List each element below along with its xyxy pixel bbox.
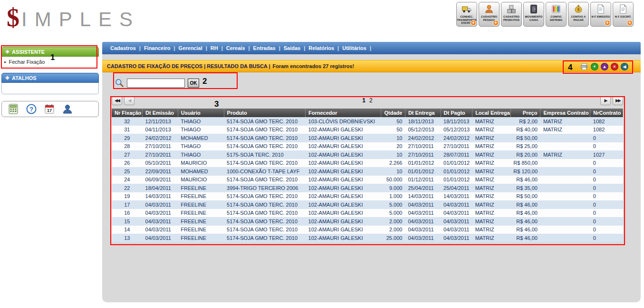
delete-icon[interactable]: ×	[611, 63, 618, 70]
next-page-button[interactable]: ▶	[600, 96, 611, 105]
menu-item-utilitarios[interactable]: Utilitários	[339, 45, 370, 51]
sidebar-item-fechar-fixacao[interactable]: ▸ Fechar Fixação	[1, 57, 99, 67]
cash-door-icon	[529, 4, 539, 14]
cell-qtdade: 50	[381, 117, 405, 126]
help-icon[interactable]: ?	[26, 103, 37, 115]
cell-preco: R$ 46,00	[510, 217, 540, 226]
table-row[interactable]: 2406/09/2011MAURICIO5174-SOJA GMO TERC. …	[112, 176, 623, 184]
previous-page-button[interactable]: ◀	[124, 96, 135, 105]
assistente-header: ASSISTENTE	[1, 47, 99, 57]
menu-item-cereais[interactable]: Cereais	[223, 45, 249, 51]
table-row[interactable]: 2605/10/2011MAURICIO5174-SOJA GMO TERC. …	[112, 159, 623, 168]
column-header-produto[interactable]: Produto	[224, 109, 306, 117]
table-row[interactable]: 2218/04/2011FREELINE3994-TRIGO TERCEIRO …	[112, 184, 623, 192]
cell-dt-pagto: 28/07/2011	[441, 150, 472, 159]
search-input[interactable]	[127, 79, 185, 88]
cell-dt-emissao: 27/10/2011	[143, 150, 178, 159]
cell-nr-fixacao: 26	[112, 159, 143, 168]
table-row[interactable]: 1404/03/2011FREELINE5174-SOJA GMO TERC. …	[112, 226, 623, 234]
cell-local-entrega: MATRIZ	[472, 226, 511, 234]
table-row[interactable]: 1304/03/2011FREELINE5174-SOJA GMO TERC. …	[112, 234, 623, 242]
cell-dt-emissao: 04/03/2011	[143, 217, 178, 226]
table-row[interactable]: 2727/10/2011THIAGO5175-SOJA TERC. 201010…	[112, 150, 623, 159]
menu-item-cadastros[interactable]: Cadastros	[107, 45, 139, 51]
column-header-preco[interactable]: Preço	[510, 109, 540, 117]
column-header-nr-fixacao[interactable]: Nr Fixação	[112, 109, 143, 117]
cell-dt-pagto: 18/11/2013	[441, 117, 472, 126]
cell-dt-emissao: 06/09/2011	[143, 176, 178, 184]
user-icon[interactable]	[62, 103, 73, 115]
column-header-dt-pagto[interactable]: Dt Pagto	[441, 109, 472, 117]
calendar-icon[interactable]: 17	[44, 103, 55, 115]
column-header-fornecedor[interactable]: Fornecedor	[306, 109, 381, 117]
sidebar-item-label: Fechar Fixação	[9, 59, 45, 65]
toolbar-button-label: MOVIMENTO CAIXA	[524, 15, 544, 21]
toolbar-button-n-f-escrit[interactable]: N F ESCRIT.+	[613, 2, 634, 27]
column-header-empresa-contrato[interactable]: Empresa Contrato	[540, 109, 590, 117]
table-row[interactable]: 3212/11/2013THIAGO5174-SOJA GMO TERC. 20…	[112, 117, 623, 126]
toolbar-button-movimento-caixa[interactable]: MOVIMENTO CAIXA	[523, 2, 544, 27]
column-header-qtdade[interactable]: Qtdade	[381, 109, 405, 117]
first-page-button[interactable]: ◀◀	[112, 96, 122, 105]
printer-icon[interactable]	[580, 62, 588, 71]
table-row[interactable]: 1914/03/2011FREELINE5174-SOJA GMO TERC. …	[112, 192, 623, 201]
cell-preco: R$ 50,00	[510, 192, 540, 201]
cell-fornecedor: 102-AMAURI GALESKI	[306, 159, 381, 168]
toolbar-button-contas-a-pagar[interactable]: $CONTAS A PAGAR	[568, 2, 589, 27]
column-header-dt-emissao[interactable]: Dt Emissão	[143, 109, 178, 117]
cell-preco: R$ 850,00	[510, 159, 540, 168]
cell-usuario: THIAGO	[178, 142, 224, 151]
cell-preco: R$ 25,00	[510, 142, 540, 151]
column-header-usuario[interactable]: Usuário	[178, 109, 224, 117]
last-page-button[interactable]: ▶▶	[613, 96, 623, 105]
menu-item-saidas[interactable]: Saídas	[280, 45, 304, 51]
cell-produto: 1000-CONEXÃO T-TAPE LAYF	[224, 167, 306, 176]
status-bar: CADASTRO DE FIXAÇÃO DE PREÇOS | RESULTAD…	[102, 60, 641, 72]
table-row[interactable]: 3104/11/2013THIAGO5174-SOJA GMO TERC. 20…	[112, 126, 623, 134]
menu-item-entradas[interactable]: Entradas	[250, 45, 279, 51]
calc-icon[interactable]	[8, 103, 19, 115]
toolbar-button-conhec-transporte-escrit[interactable]: CONHEC. TRANSPORTE ESCRIT.+	[456, 2, 477, 27]
plus-badge-icon: +	[605, 20, 610, 26]
sidebar-quick-icons: ?17	[1, 101, 99, 117]
cell-dt-emissao: 27/10/2011	[143, 142, 178, 151]
add-icon[interactable]: +	[591, 63, 598, 70]
cell-local-entrega: MATRIZ	[472, 200, 511, 209]
cell-dt-emissao: 14/03/2011	[143, 192, 178, 201]
cell-produto: 5174-SOJA GMO TERC. 2010	[224, 134, 306, 142]
column-header-local-entrega[interactable]: Local Entrega	[472, 109, 511, 117]
table-row[interactable]: 1604/03/2011FREELINE5174-SOJA GMO TERC. …	[112, 209, 623, 218]
toolbar-button-n-f-emissao[interactable]: N F EMISSÃO+	[590, 2, 611, 27]
toolbar-button-cadastro-pessoa[interactable]: CADASTRO PESSOA+	[479, 2, 500, 27]
table-row[interactable]: 2827/10/2011THIAGO5174-SOJA GMO TERC. 20…	[112, 142, 623, 151]
cell-nr-fixacao: 25	[112, 167, 143, 176]
table-row[interactable]: 2924/02/2012MOHAMED5174-SOJA GMO TERC. 2…	[112, 134, 623, 142]
cell-nrcontrato: 0	[590, 134, 623, 142]
back-icon[interactable]: ◀	[621, 63, 628, 70]
menu-item-relatorios[interactable]: Relatórios	[305, 45, 337, 51]
toolbar-button-config-sistema[interactable]: CONFIG SISTEMA	[546, 2, 567, 27]
document-icon	[618, 4, 628, 14]
menu-item-gerencial[interactable]: Gerencial	[175, 45, 206, 51]
main-area: Cadastros|Financeiro|Gerencial|RH|Cereai…	[102, 42, 641, 302]
up-icon[interactable]: ▲	[601, 63, 608, 70]
column-header-dt-entrega[interactable]: Dt Entrega	[405, 109, 441, 117]
table-row[interactable]: 1704/03/2011FREELINE5174-SOJA GMO TERC. …	[112, 200, 623, 209]
cell-preco: R$ 46,00	[510, 176, 540, 184]
page-number-1[interactable]: 1	[362, 97, 365, 104]
panel-bullet-icon	[5, 76, 10, 80]
toolbar-button-cadastro-produtos[interactable]: CADASTRO PRODUTOS	[501, 2, 522, 27]
menu-item-rh[interactable]: RH	[207, 45, 221, 51]
page-number-2[interactable]: 2	[369, 97, 373, 104]
cell-produto: 5174-SOJA GMO TERC. 2010	[224, 234, 306, 242]
column-header-nrcontrato[interactable]: NrContrato	[590, 109, 623, 117]
menu-item-financeiro[interactable]: Financeiro	[141, 45, 174, 51]
table-row[interactable]: 1504/03/2011FREELINE5174-SOJA GMO TERC. …	[112, 217, 623, 226]
app-logo: $ IMPLES	[7, 5, 140, 30]
search-area: OK	[115, 78, 641, 88]
search-ok-button[interactable]: OK	[188, 79, 199, 88]
cell-usuario: THIAGO	[178, 126, 224, 134]
table-row[interactable]: 2522/09/2011MOHAMED1000-CONEXÃO T-TAPE L…	[112, 167, 623, 176]
cell-local-entrega: MATRIZ	[472, 150, 511, 159]
cell-nrcontrato: 0	[590, 167, 623, 176]
